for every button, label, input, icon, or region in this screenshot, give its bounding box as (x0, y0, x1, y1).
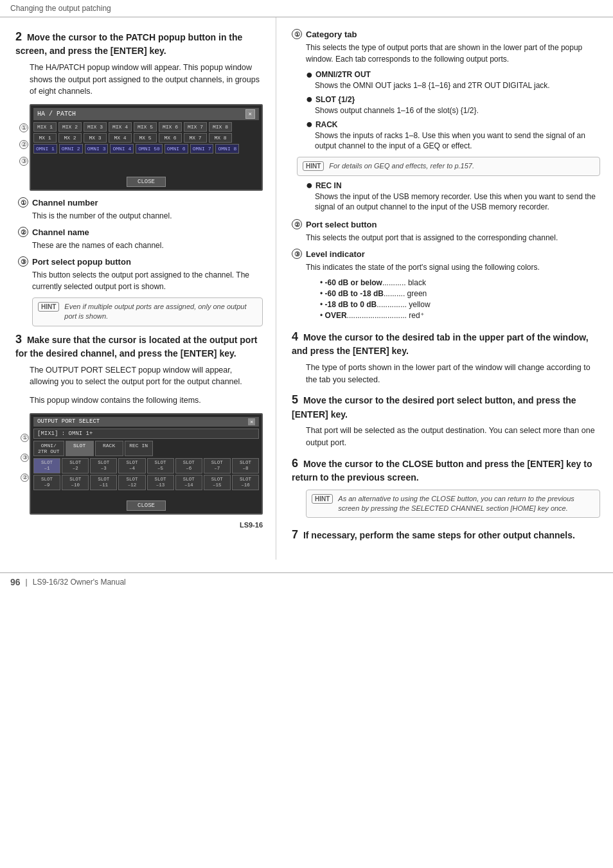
oscreen-spacer (33, 492, 259, 498)
footer-page-number: 96 (10, 577, 21, 587)
step2-hint-box: HINT Even if multiple output ports are a… (32, 297, 263, 326)
slot-1[interactable]: SLOT–1 (33, 458, 60, 474)
step-3-number: 3 (15, 333, 22, 346)
slot-10[interactable]: SLOT–10 (62, 475, 89, 490)
omni-6[interactable]: OMNI 6 (164, 144, 188, 154)
geq-hint-label: HINT (303, 161, 324, 171)
slot-13[interactable]: SLOT–13 (147, 475, 174, 490)
slot-15[interactable]: SLOT–15 (204, 475, 231, 490)
channel-names-row: MX 1 MX 2 MX 3 MX 4 MX 5 MX 6 MX 7 MX 8 (33, 133, 259, 143)
geq-hint-text: For details on GEQ and effects, refer to… (329, 161, 474, 171)
step-2-body: The HA/PATCH popup window will appear. T… (30, 62, 263, 98)
category-tab-body: This selects the type of output ports th… (306, 42, 600, 65)
hint-text-1: Even if multiple output ports are assign… (64, 302, 257, 322)
right-annot3: ③ Level indicator This indicates the sta… (292, 249, 600, 320)
oannot-3: ③ (21, 454, 29, 462)
annot-1-marker: ① (19, 123, 28, 132)
ha-patch-x-btn[interactable]: ✕ (245, 109, 255, 119)
slot-8[interactable]: SLOT–8 (232, 458, 259, 474)
output-screen-tabs: OMNI/2TR OUT SLOT RACK REC IN (33, 441, 259, 456)
step-7-heading: 7 If necessary, perform the same steps f… (292, 527, 600, 543)
geq-hint-box: HINT For details on GEQ and effects, ref… (297, 157, 600, 175)
slot-14[interactable]: SLOT–14 (175, 475, 202, 490)
step-4-number: 4 (292, 330, 298, 343)
step-5-number: 5 (292, 393, 298, 406)
tab-slot[interactable]: SLOT (66, 441, 94, 456)
step-5-body: That port will be selected as the output… (306, 425, 600, 449)
step-7-number: 7 (292, 528, 298, 541)
oannot-2: ② (21, 474, 29, 482)
step-5: 5 Move the cursor to the desired port se… (292, 392, 600, 448)
slot-grid-row2: SLOT–9 SLOT–10 SLOT–11 SLOT–12 SLOT–13 S… (33, 475, 259, 490)
slot-4[interactable]: SLOT–4 (118, 458, 145, 474)
slot-11[interactable]: SLOT–11 (90, 475, 117, 490)
recin-dot: ● (306, 182, 313, 188)
ch-name-4: MX 4 (109, 133, 132, 143)
bullet-18-0db: • -18 dB to 0 dB.............. yellow (320, 300, 600, 309)
slot-3[interactable]: SLOT–3 (90, 458, 117, 474)
omni-tr-heading: ● OMNI/2TR OUT (306, 70, 600, 79)
tab-rack[interactable]: RACK (95, 441, 123, 456)
port-select-btn-heading: ② Port select button (292, 219, 600, 229)
ha-close-btn[interactable]: CLOSE (127, 177, 166, 187)
tab-omni-tr[interactable]: OMNI/2TR OUT (33, 441, 64, 456)
slot-grid-row1: SLOT–1 SLOT–2 SLOT–3 SLOT–4 SLOT–5 SLOT–… (33, 458, 259, 474)
omni-7[interactable]: OMNI 7 (190, 144, 214, 154)
output-screen-x[interactable]: ✕ (248, 418, 255, 425)
omni-50[interactable]: OMNI 50 (136, 144, 163, 154)
slot-16[interactable]: SLOT–16 (232, 475, 259, 490)
slot-12[interactable]: SLOT–12 (118, 475, 145, 490)
rack-body: Shows the inputs of racks 1–8. Use this … (315, 130, 600, 152)
step-3: 3 Make sure that the cursor is located a… (15, 332, 263, 529)
omni-1[interactable]: OMNI 1 (33, 144, 57, 154)
output-close-btn[interactable]: CLOSE (127, 500, 166, 511)
port-select-btn-body: This selects the output port that is ass… (306, 232, 600, 244)
ch-name-2: MX 2 (58, 133, 82, 143)
step6-hint-label: HINT (312, 494, 333, 504)
tab-rec-in[interactable]: REC IN (125, 441, 153, 456)
output-screen-title-bar: OUTPUT PORT SELECT ✕ (33, 417, 259, 427)
omni-2[interactable]: OMNI 2 (59, 144, 83, 154)
page-header: Changing the output patching (0, 0, 613, 17)
rack-heading: ● RACK (306, 120, 600, 129)
annot3-circle: ③ (18, 256, 28, 267)
omni-tr-body: Shows the OMNI OUT jacks 1–8 {1–16} and … (315, 80, 600, 91)
step-6: 6 Move the cursor to the CLOSE button an… (292, 456, 600, 518)
bullet-60-18db: • -60 dB to -18 dB.......... green (320, 289, 600, 298)
header-title: Changing the output patching (10, 4, 111, 13)
ch-name-8: MX 8 (209, 133, 232, 143)
rack-sub: ● RACK Shows the inputs of racks 1–8. Us… (306, 120, 600, 152)
step-3-heading: 3 Make sure that the cursor is located a… (15, 332, 263, 360)
omni-8[interactable]: OMNI 8 (215, 144, 239, 154)
step-2-heading: 2 Move the cursor to the PATCH popup but… (15, 29, 263, 58)
ch-name-3: MX 3 (84, 133, 107, 143)
slot-2[interactable]: SLOT–2 (62, 458, 89, 474)
step-3-body1: The OUTPUT PORT SELECT popup window will… (30, 364, 263, 389)
ch-name-1: MX 1 (33, 133, 57, 143)
ha-patch-title-bar: HA / PATCH ✕ (33, 108, 259, 120)
slot-7[interactable]: SLOT–7 (204, 458, 231, 474)
step-6-number: 6 (292, 457, 298, 470)
step6-hint-box: HINT As an alternative to using the CLOS… (306, 490, 600, 518)
slot-6[interactable]: SLOT–6 (175, 458, 202, 474)
slot-9[interactable]: SLOT–9 (33, 475, 60, 490)
mix-label-3: MIX 3 (84, 122, 107, 132)
slot-dot: ● (306, 96, 313, 102)
omni-3[interactable]: OMNI 3 (85, 144, 109, 154)
step-2-number: 2 (15, 30, 22, 43)
slot-5[interactable]: SLOT–5 (147, 458, 174, 474)
recin-sub: ● REC IN Shows the input of the USB memo… (306, 181, 600, 213)
recin-body: Shows the input of the USB memory record… (315, 191, 600, 213)
footer-separator: | (26, 578, 28, 587)
bullet-over: • OVER............................ red⁺ (320, 311, 600, 320)
mix-label-5: MIX 5 (134, 122, 157, 132)
step-7: 7 If necessary, perform the same steps f… (292, 527, 600, 543)
recin-heading: ● REC IN (306, 181, 600, 190)
ha-close-row: CLOSE (33, 177, 259, 187)
step6-hint-text: As an alternative to using the CLOSE but… (338, 494, 594, 514)
output-screen-subtitle: [MIX1] : OMNI 1+ (33, 429, 259, 439)
ch-name-5: MX 5 (134, 133, 157, 143)
mix-label-8: MIX 8 (209, 122, 232, 132)
ha-patch-title: HA / PATCH (37, 111, 76, 118)
omni-4[interactable]: OMNI 4 (110, 144, 134, 154)
